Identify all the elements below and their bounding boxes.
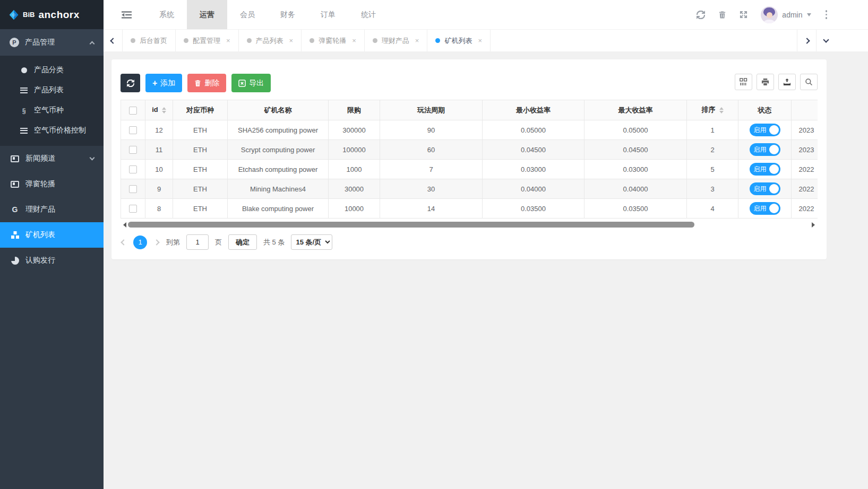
status-toggle[interactable]: 启用 <box>750 202 780 215</box>
collapse-menu-icon[interactable] <box>122 11 132 19</box>
page-jump-input[interactable] <box>186 234 209 250</box>
cell-checkbox <box>121 179 145 199</box>
tab-close-icon[interactable]: × <box>226 37 230 45</box>
tab[interactable]: 矿机列表 × <box>427 30 491 51</box>
row-checkbox[interactable] <box>129 185 137 193</box>
cell-limit: 300000 <box>329 120 380 140</box>
scroll-right-arrow-icon[interactable] <box>812 222 818 228</box>
tab-close-icon[interactable]: × <box>289 37 294 45</box>
next-page-button[interactable] <box>153 240 160 244</box>
tab-close-icon[interactable]: × <box>478 37 482 45</box>
fullscreen-icon[interactable] <box>740 11 747 19</box>
status-toggle[interactable]: 启用 <box>750 124 780 136</box>
tabs-scroll-right-button[interactable] <box>797 30 816 51</box>
sidebar-item-wealth-products[interactable]: G 理财产品 <box>0 197 104 222</box>
cell-coin: ETH <box>173 120 228 140</box>
sidebar-item-air-coin[interactable]: § 空气币种 <box>0 100 104 120</box>
toggle-knob-icon <box>769 184 779 194</box>
delete-button[interactable]: 删除 <box>187 74 226 92</box>
add-button[interactable]: + 添加 <box>145 74 182 92</box>
sidebar-item-product-list[interactable]: 产品列表 <box>0 80 104 100</box>
topbar: 系统 运营 会员 财务 订单 统计 <box>104 0 868 29</box>
cell-sort: 2 <box>687 140 738 160</box>
list-icon <box>19 128 29 134</box>
tabs-menu-button[interactable] <box>816 30 835 51</box>
top-nav-item[interactable]: 财务 <box>268 0 308 29</box>
tab-label: 弹窗轮播 <box>319 36 346 46</box>
row-checkbox[interactable] <box>129 165 137 173</box>
sidebar-item-product-category[interactable]: 产品分类 <box>0 60 104 80</box>
scrollbar-track[interactable] <box>128 222 810 228</box>
prev-page-button[interactable] <box>121 240 127 244</box>
row-checkbox[interactable] <box>129 126 137 134</box>
print-button[interactable] <box>757 74 774 90</box>
top-nav-item[interactable]: 订单 <box>308 0 348 29</box>
cell-status: 启用 <box>738 160 792 179</box>
cell-limit: 1000 <box>329 160 380 179</box>
table-row: 11 ETH Scrypt computing power 100000 60 … <box>121 140 818 160</box>
tab[interactable]: 产品列表 × <box>239 30 302 51</box>
sidebar-item-popup-carousel[interactable]: 弹窗轮播 <box>0 171 104 197</box>
header-status: 状态 <box>738 100 792 120</box>
cell-created: 2022 <box>792 179 818 199</box>
carousel-icon <box>10 181 20 188</box>
tab[interactable]: 弹窗轮播 × <box>302 30 365 51</box>
kebab-menu-icon[interactable] <box>824 9 829 20</box>
tab-close-icon[interactable]: × <box>415 37 419 45</box>
tab[interactable]: 后台首页 <box>123 30 176 51</box>
top-nav-item[interactable]: 会员 <box>227 0 268 29</box>
caret-down-icon <box>807 13 811 19</box>
refresh-button[interactable] <box>121 74 140 92</box>
sidebar-item-label: 产品分类 <box>34 65 64 75</box>
scrollbar-thumb[interactable] <box>128 222 694 228</box>
top-nav-item[interactable]: 系统 <box>147 0 187 29</box>
status-toggle[interactable]: 启用 <box>750 143 780 156</box>
cell-min-rate: 0.03500 <box>483 199 585 219</box>
excel-icon <box>238 80 246 87</box>
header-limit: 限购 <box>329 100 380 120</box>
sidebar-item-subscription-issue[interactable]: 认购发行 <box>0 248 104 273</box>
status-toggle-label: 启用 <box>754 204 767 213</box>
chevron-down-icon <box>90 155 95 161</box>
tab[interactable]: 理财产品 × <box>365 30 428 51</box>
search-button[interactable] <box>800 74 818 90</box>
confirm-button[interactable]: 确定 <box>228 234 257 250</box>
header-id[interactable]: id <box>145 100 173 120</box>
tabs-scroll-left-button[interactable] <box>104 30 123 51</box>
top-nav-item[interactable]: 运营 <box>187 0 227 29</box>
export-button[interactable]: 导出 <box>231 74 271 92</box>
cell-cycle: 60 <box>380 140 483 160</box>
page-number-button[interactable]: 1 <box>133 235 147 249</box>
status-toggle[interactable]: 启用 <box>750 163 780 176</box>
tab-dot-icon <box>435 38 440 43</box>
refresh-icon[interactable] <box>697 11 705 19</box>
status-toggle[interactable]: 启用 <box>750 182 780 195</box>
page-size-select[interactable]: 15 条/页 <box>291 234 332 250</box>
cell-cycle: 14 <box>380 199 483 219</box>
user-menu[interactable]: admin <box>761 6 811 23</box>
header-sort[interactable]: 排序 <box>687 100 738 120</box>
trash-icon[interactable] <box>718 11 726 19</box>
sort-icon <box>719 105 724 116</box>
sidebar-item-product-management[interactable]: P 产品管理 <box>0 29 104 56</box>
scroll-left-arrow-icon[interactable] <box>121 222 126 228</box>
cell-status: 启用 <box>738 120 792 140</box>
row-checkbox[interactable] <box>129 146 137 154</box>
sidebar-item-label: 空气币种 <box>34 106 64 115</box>
cell-id: 12 <box>145 120 173 140</box>
top-nav-item[interactable]: 统计 <box>348 0 389 29</box>
status-toggle-label: 启用 <box>754 126 767 135</box>
sidebar-item-mining-list[interactable]: 矿机列表 <box>0 222 104 248</box>
sidebar-item-air-coin-price-control[interactable]: 空气币价格控制 <box>0 120 104 141</box>
table-row: 9 ETH Mining Machines4 30000 30 0.04000 … <box>121 179 818 199</box>
tab-close-icon[interactable]: × <box>352 37 356 45</box>
cell-cycle: 90 <box>380 120 483 140</box>
tab[interactable]: 配置管理 × <box>176 30 239 51</box>
select-all-checkbox[interactable] <box>129 107 137 115</box>
row-checkbox[interactable] <box>129 205 137 213</box>
columns-toggle-button[interactable] <box>735 74 752 90</box>
header-max-rate: 最大收益率 <box>585 100 687 120</box>
export-file-button[interactable] <box>778 74 796 90</box>
sidebar-item-news-channel[interactable]: 新闻频道 <box>0 146 104 171</box>
content-area: + 添加 删除 导出 <box>104 51 868 489</box>
